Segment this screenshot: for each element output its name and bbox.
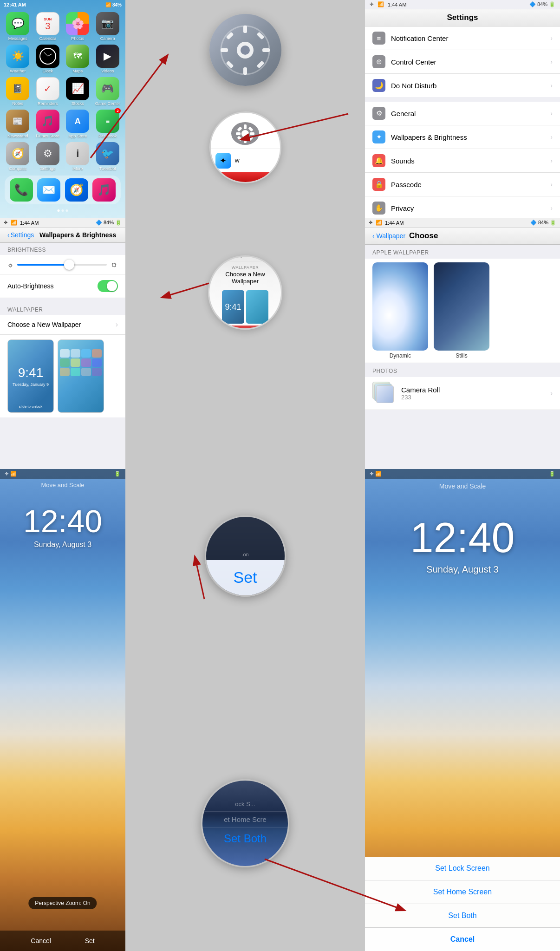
notes-icon: 📓 — [6, 77, 29, 100]
back-chevron-icon: ‹ — [7, 231, 10, 239]
settings-section-1: ≡ Notification Center › ⊕ Control Center… — [365, 26, 560, 97]
mag-wallpaper-section: WALLPAPER Choose a New Wallpaper — [209, 261, 281, 288]
lock-screen-preview[interactable]: 9:41 Tuesday, January 9 slide to unlock — [7, 339, 54, 413]
list-item[interactable]: 🧭 Compass — [5, 142, 31, 171]
mag-home-preview — [246, 290, 268, 324]
camera-roll-row[interactable]: Camera Roll 233 › — [365, 377, 560, 410]
list-item[interactable]: ≡ 2 Passbook — [95, 110, 121, 138]
list-item[interactable]: 💬 Messages — [5, 12, 31, 41]
list-item[interactable]: ✓ Reminders — [35, 77, 61, 106]
cwp-status-left: ✈ 📶 1:44 AM — [369, 220, 404, 226]
reminders-label: Reminders — [38, 101, 58, 106]
svg-rect-14 — [236, 132, 241, 135]
auto-brightness-toggle[interactable] — [98, 280, 118, 292]
set-home-screen-button[interactable]: Set Home Screen — [365, 880, 560, 904]
wp-back-button[interactable]: ‹ Settings — [7, 231, 34, 239]
stills-wallpaper-item[interactable]: Stills — [434, 262, 489, 359]
move-scale-label-right: Move and Scale — [365, 479, 560, 494]
wifi-icon: 📶 — [10, 471, 17, 476]
list-item[interactable]: 🎵 iTunes Store — [35, 110, 61, 138]
choose-wallpaper-row[interactable]: Choose a New Wallpaper › — [0, 315, 125, 335]
passbook-label: Passbook — [98, 134, 117, 138]
settings-time: 1:44 AM — [388, 2, 406, 7]
settings-do-not-disturb[interactable]: 🌙 Do Not Disturb › — [365, 74, 560, 97]
settings-sounds[interactable]: 🔔 Sounds › — [365, 149, 560, 173]
list-item[interactable]: ▶ Videos — [95, 45, 121, 73]
imore-icon: i — [66, 142, 89, 165]
settings-passcode[interactable]: 🔒 Passcode › — [365, 173, 560, 196]
lock-screen-bg-left: ✈ 📶 🔋 Move and Scale 12:40 Sunday, Augus… — [0, 469, 125, 951]
chevron-icon: › — [550, 389, 553, 397]
list-item[interactable]: SUN3 Calendar — [35, 12, 61, 41]
brightness-slider[interactable] — [17, 264, 107, 266]
home-screen-preview[interactable] — [58, 339, 104, 413]
wp-status-bar: ✈ 📶 1:44 AM 🔷 84% 🔋 — [0, 218, 125, 228]
settings-nav-bar: Settings — [365, 9, 560, 26]
photos-icon: 🌸 — [66, 12, 89, 35]
cwp-back-button[interactable]: ‹ Wallpaper — [372, 232, 405, 240]
settings-wallpapers[interactable]: ✦ Wallpapers & Brightness › — [365, 125, 560, 149]
dock-music[interactable]: 🎵 — [92, 178, 116, 202]
photo-stack-3 — [376, 385, 394, 403]
sounds-icon: 🔔 — [372, 154, 385, 167]
airplane-icon: ✈ — [370, 471, 374, 476]
settings-section-2: ⚙ General › ✦ Wallpapers & Brightness › … — [365, 102, 560, 218]
settings-control-center[interactable]: ⊕ Control Center › — [365, 50, 560, 74]
settings-app-label: Settings — [40, 166, 55, 171]
list-item[interactable]: 🎮 Game Center — [95, 77, 121, 106]
list-item[interactable]: ⚙ Settings — [35, 142, 61, 171]
choose-wallpaper-panel: ✈ 📶 1:44 AM 🔷 84% 🔋 ‹ Wallpaper Choose A… — [365, 218, 560, 469]
lock-status-left: ✈ 📶 — [5, 471, 17, 477]
set-button-left[interactable]: Set — [85, 937, 95, 944]
list-item[interactable]: ☀️ Weather — [5, 45, 31, 73]
wp-status-right: 🔷 84% 🔋 — [96, 220, 122, 226]
svg-rect-16 — [237, 126, 242, 131]
wallpaper-settings-panel: ✈ 📶 1:44 AM 🔷 84% 🔋 ‹ Settings Wallpaper… — [0, 218, 125, 469]
mag-brightness-text: brightness — [209, 255, 281, 261]
list-item[interactable]: 🌸 Photos — [65, 12, 91, 41]
dock-mail[interactable]: ✉️ — [37, 178, 60, 202]
settings-general[interactable]: ⚙ General › — [365, 102, 560, 125]
wp-battery: 84% — [104, 220, 114, 225]
svg-rect-19 — [248, 136, 253, 141]
photos-label: Photos — [71, 36, 84, 41]
rlp-status-right: 🔋 — [549, 471, 555, 477]
list-item[interactable]: 🗺 Maps — [65, 45, 91, 73]
messages-label: Messages — [8, 36, 27, 41]
list-item[interactable]: 📰 Newsstand — [5, 110, 31, 138]
appstore-icon: A — [66, 110, 89, 133]
auto-brightness-row[interactable]: Auto-Brightness — [0, 274, 125, 298]
list-item[interactable]: Clock — [35, 45, 61, 73]
list-item[interactable]: 📷 Camera — [95, 12, 121, 41]
mag-wallpaper-label: WALLPAPER — [212, 265, 278, 270]
dynamic-wallpaper-item[interactable]: Dynamic — [372, 262, 428, 359]
wallpaper-previews: 9:41 Tuesday, January 9 slide to unlock — [0, 335, 125, 417]
lock-top-bar-left: ✈ 📶 🔋 — [0, 469, 125, 479]
list-item[interactable]: i iMore — [65, 142, 91, 171]
dock-safari[interactable]: 🧭 — [65, 178, 88, 202]
settings-privacy[interactable]: ✋ Privacy › — [365, 196, 560, 218]
preview-time: 9:41 — [18, 365, 44, 380]
lock-date-right: Sunday, August 3 — [426, 564, 498, 575]
list-item[interactable]: 📈 Stocks — [65, 77, 91, 106]
list-item[interactable]: A App Store — [65, 110, 91, 138]
wallpaper-section-header: WALLPAPER — [0, 303, 125, 315]
maps-label: Maps — [72, 69, 83, 73]
svg-rect-13 — [244, 138, 247, 143]
perspective-zoom-bar[interactable]: Perspective Zoom: On — [28, 897, 97, 909]
list-item[interactable]: 📓 Notes — [5, 77, 31, 106]
list-item[interactable]: 🐦 Tweetbot — [95, 142, 121, 171]
cancel-button-right[interactable]: Cancel — [365, 928, 560, 951]
set-both-button[interactable]: Set Both — [365, 904, 560, 928]
settings-notification-center[interactable]: ≡ Notification Center › — [365, 26, 560, 50]
cancel-button-left[interactable]: Cancel — [31, 937, 51, 944]
apple-wallpaper-grid: Dynamic Stills — [365, 259, 560, 363]
slider-thumb[interactable] — [64, 260, 74, 270]
imore-label: iMore — [72, 166, 83, 171]
tweetbot-label: Tweetbot — [99, 166, 116, 171]
tweetbot-icon: 🐦 — [96, 142, 119, 165]
set-lock-screen-button[interactable]: Set Lock Screen — [365, 857, 560, 880]
dock-phone[interactable]: 📞 — [10, 178, 33, 202]
set-both-text[interactable]: Set Both — [202, 827, 288, 850]
calendar-icon: SUN3 — [36, 12, 59, 35]
